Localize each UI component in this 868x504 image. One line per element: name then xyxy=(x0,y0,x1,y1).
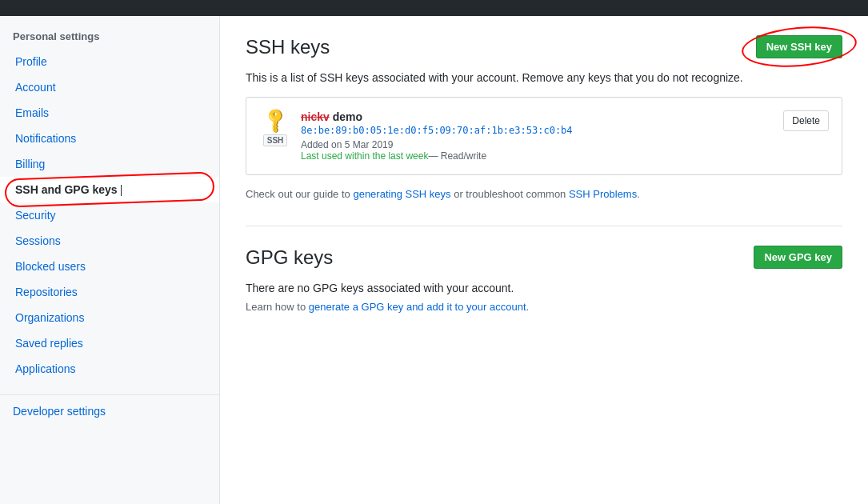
sidebar-nav: Profile Account Emails Notifications Bil… xyxy=(0,49,219,382)
developer-settings-link[interactable]: Developer settings xyxy=(13,405,106,418)
cursor-blink xyxy=(121,185,122,196)
sidebar-item-organizations[interactable]: Organizations xyxy=(0,305,219,330)
sidebar-link-applications[interactable]: Applications xyxy=(0,356,219,382)
sidebar-link-ssh-gpg[interactable]: SSH and GPG keys xyxy=(0,177,219,202)
new-ssh-button-wrap: New SSH key xyxy=(756,35,842,58)
section-divider xyxy=(246,226,842,226)
sidebar-link-billing[interactable]: Billing xyxy=(0,151,219,177)
sidebar-link-organizations[interactable]: Organizations xyxy=(0,305,219,330)
sidebar-link-security[interactable]: Security xyxy=(0,202,219,228)
gpg-learn-text: Learn how to generate a GPG key and add … xyxy=(246,301,842,313)
sidebar-item-saved-replies[interactable]: Saved replies xyxy=(0,330,219,356)
delete-key-button[interactable]: Delete xyxy=(783,110,829,131)
ssh-badge: SSH xyxy=(263,134,288,146)
sidebar-link-saved-replies[interactable]: Saved replies xyxy=(0,330,219,356)
sidebar-link-blocked-users[interactable]: Blocked users xyxy=(0,254,219,279)
ssh-info-text: This is a list of SSH keys associated wi… xyxy=(246,71,842,84)
generating-ssh-keys-link[interactable]: generating SSH keys xyxy=(353,188,450,200)
sidebar-link-repositories[interactable]: Repositories xyxy=(0,279,219,305)
developer-section[interactable]: Developer settings xyxy=(0,394,219,427)
sidebar-item-notifications[interactable]: Notifications xyxy=(0,126,219,151)
sidebar-item-profile[interactable]: Profile xyxy=(0,49,219,74)
key-fingerprint: 8e:be:89:b0:05:1e:d0:f5:09:70:af:1b:e3:5… xyxy=(301,125,774,136)
sidebar-item-sessions[interactable]: Sessions xyxy=(0,228,219,254)
key-last-used: Last used within the last week xyxy=(301,150,428,162)
key-actions: Delete xyxy=(783,110,829,131)
sidebar-link-notifications[interactable]: Notifications xyxy=(0,126,219,151)
key-name-strikethrough: nickv xyxy=(301,110,330,123)
gpg-section-header: GPG keys New GPG key xyxy=(246,246,842,269)
sidebar-item-billing[interactable]: Billing xyxy=(0,151,219,177)
key-added: Added on 5 Mar 2019 xyxy=(301,139,393,150)
sidebar-link-account[interactable]: Account xyxy=(0,74,219,100)
ssh-guide-text: Check out our guide to generating SSH ke… xyxy=(246,188,842,200)
sidebar-heading: Personal settings xyxy=(0,24,219,49)
sidebar-item-blocked-users[interactable]: Blocked users xyxy=(0,254,219,279)
sidebar-item-applications[interactable]: Applications xyxy=(0,356,219,382)
ssh-key-card: 🔑 SSH nickv demo 8e:be:89:b0:05:1e:d0:f5… xyxy=(246,97,842,175)
key-name-rest: demo xyxy=(330,110,362,123)
page-layout: Personal settings Profile Account Emails… xyxy=(0,16,868,504)
gpg-learn-suffix: . xyxy=(526,301,530,313)
guide-mid: or troubleshoot common xyxy=(451,188,569,200)
gpg-empty-text: There are no GPG keys associated with yo… xyxy=(246,282,842,294)
key-meta: Added on 5 Mar 2019 Last used within the… xyxy=(301,139,774,162)
ssh-problems-link[interactable]: SSH Problems xyxy=(569,188,637,200)
ssh-section-header: SSH keys New SSH key xyxy=(246,35,842,58)
key-icon-wrap: 🔑 SSH xyxy=(259,110,291,146)
key-details: nickv demo 8e:be:89:b0:05:1e:d0:f5:09:70… xyxy=(301,110,774,162)
sidebar: Personal settings Profile Account Emails… xyxy=(0,16,220,504)
sidebar-item-repositories[interactable]: Repositories xyxy=(0,279,219,305)
key-name: nickv demo xyxy=(301,110,774,123)
sidebar-item-emails[interactable]: Emails xyxy=(0,100,219,126)
sidebar-item-ssh-gpg[interactable]: SSH and GPG keys xyxy=(0,177,219,202)
sidebar-item-security[interactable]: Security xyxy=(0,202,219,228)
new-gpg-key-button[interactable]: New GPG key xyxy=(754,246,842,269)
main-content: SSH keys New SSH key This is a list of S… xyxy=(220,16,868,504)
key-access: — Read/write xyxy=(428,150,486,162)
gpg-learn-prefix: Learn how to xyxy=(246,301,309,313)
key-icon: 🔑 xyxy=(260,106,290,135)
gpg-section-title: GPG keys xyxy=(246,246,333,269)
guide-end: . xyxy=(637,188,640,200)
ssh-section-title: SSH keys xyxy=(246,36,330,58)
sidebar-link-emails[interactable]: Emails xyxy=(0,100,219,126)
sidebar-link-profile[interactable]: Profile xyxy=(0,49,219,74)
sidebar-item-account[interactable]: Account xyxy=(0,74,219,100)
generate-gpg-key-link[interactable]: generate a GPG key and add it to your ac… xyxy=(309,301,526,313)
sidebar-link-sessions[interactable]: Sessions xyxy=(0,228,219,254)
new-ssh-key-button[interactable]: New SSH key xyxy=(756,35,842,58)
top-bar xyxy=(0,0,868,16)
guide-prefix: Check out our guide to xyxy=(246,188,353,200)
